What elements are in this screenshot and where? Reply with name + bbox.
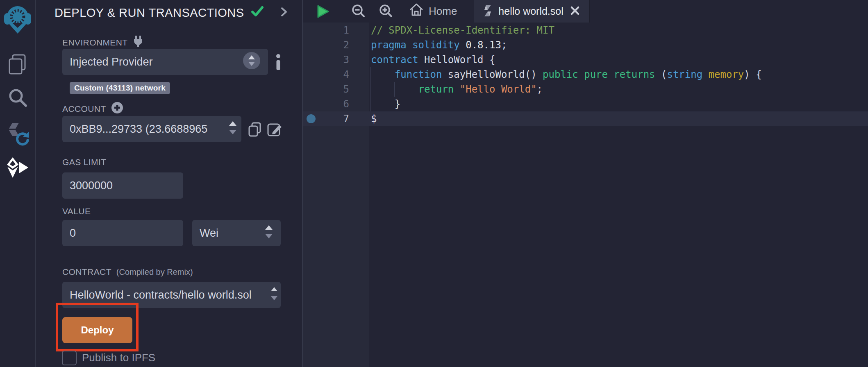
gas-limit-label: GAS LIMIT <box>62 157 106 167</box>
code-content[interactable]: 1// SPDX-License-Identifier: MIT2pragma … <box>303 23 868 126</box>
publish-ipfs-checkbox[interactable] <box>62 351 77 365</box>
code-line[interactable]: 2pragma solidity 0.8.13; <box>303 38 868 52</box>
code-line-text: function sayHelloWorld() public pure ret… <box>371 67 762 82</box>
deploy-button[interactable]: Deploy <box>62 317 132 343</box>
zoom-in-icon[interactable] <box>378 4 394 19</box>
stepper-arrows-icon <box>270 286 278 304</box>
panel-title-text: DEPLOY & RUN TRANSACTIONS <box>55 6 244 20</box>
environment-info-icon[interactable] <box>275 54 281 72</box>
gas-limit-input[interactable]: 3000000 <box>62 172 183 199</box>
gas-limit-value: 3000000 <box>70 179 113 192</box>
value-unit-select[interactable]: Wei <box>192 220 281 246</box>
code-line[interactable]: 6 } <box>303 97 868 111</box>
home-icon <box>409 2 424 20</box>
code-line-text: $ <box>371 111 377 126</box>
code-line-text: pragma solidity 0.8.13; <box>371 38 507 52</box>
line-number: 5 <box>303 82 369 97</box>
code-line-text: // SPDX-License-Identifier: MIT <box>371 23 554 38</box>
account-label: ACCOUNT <box>62 102 123 116</box>
value-unit: Wei <box>200 227 218 240</box>
select-caret-icon <box>243 52 261 72</box>
solidity-file-icon <box>483 5 492 18</box>
line-number: 2 <box>303 38 369 52</box>
code-line[interactable]: 1// SPDX-License-Identifier: MIT <box>303 23 868 38</box>
editor-tabbar: Home hello world.sol <box>303 0 868 23</box>
run-script-icon[interactable] <box>315 4 331 19</box>
stepper-arrows-icon <box>228 120 237 139</box>
publish-ipfs-label: Publish to IPFS <box>82 351 155 364</box>
search-icon[interactable] <box>0 87 35 108</box>
environment-value: Injected Provider <box>70 56 153 68</box>
contract-label: CONTRACT (Compiled by Remix) <box>62 267 193 277</box>
code-editor: Home hello world.sol 1// SPDX-L <box>303 0 868 367</box>
tab-file-label: hello world.sol <box>498 5 563 17</box>
code-line-text: return "Hello World"; <box>371 82 543 97</box>
collapse-chevron-icon[interactable] <box>279 7 289 19</box>
code-line[interactable]: 5 return "Hello World"; <box>303 82 868 97</box>
add-account-icon[interactable] <box>111 102 123 116</box>
line-number: 6 <box>303 97 369 111</box>
environment-select[interactable]: Injected Provider <box>62 49 268 75</box>
plug-icon <box>133 35 143 50</box>
account-select[interactable]: 0xBB9...29733 (23.6688965 <box>62 116 241 142</box>
value-amount: 0 <box>70 227 76 240</box>
line-number: 1 <box>303 23 369 38</box>
file-explorer-icon[interactable] <box>0 53 35 76</box>
tab-hello-world-sol[interactable]: hello world.sol <box>474 0 589 23</box>
network-badge: Custom (43113) network <box>70 82 170 94</box>
icon-sidebar <box>0 0 36 367</box>
stepper-arrows-icon <box>264 224 273 243</box>
environment-label: ENVIRONMENT <box>62 35 143 50</box>
close-tab-icon[interactable] <box>570 5 580 18</box>
solidity-compiler-icon[interactable] <box>0 121 35 147</box>
tab-home-label: Home <box>429 5 457 18</box>
panel-title: DEPLOY & RUN TRANSACTIONS <box>55 6 264 20</box>
breakpoint-icon[interactable] <box>307 114 316 123</box>
account-value: 0xBB9...29733 (23.6688965 <box>70 123 207 136</box>
code-line-text: contract HelloWorld { <box>371 52 495 67</box>
code-line[interactable]: 7$ <box>303 111 868 126</box>
zoom-out-icon[interactable] <box>351 4 366 19</box>
copy-account-icon[interactable] <box>247 122 263 139</box>
line-number: 3 <box>303 52 369 67</box>
value-input[interactable]: 0 <box>62 220 183 246</box>
contract-note: (Compiled by Remix) <box>116 267 193 277</box>
code-line-text: } <box>371 97 400 111</box>
value-label: VALUE <box>62 206 91 216</box>
deploy-run-icon[interactable] <box>0 156 35 179</box>
check-icon <box>251 6 264 20</box>
line-number: 4 <box>303 67 369 82</box>
code-line[interactable]: 4 function sayHelloWorld() public pure r… <box>303 67 868 82</box>
deploy-run-panel: DEPLOY & RUN TRANSACTIONS ENVIRONMENT In… <box>36 0 303 367</box>
edit-account-icon[interactable] <box>267 122 283 139</box>
code-line[interactable]: 3contract HelloWorld { <box>303 52 868 67</box>
remix-logo[interactable] <box>0 3 35 34</box>
tab-home[interactable]: Home <box>409 2 457 20</box>
contract-value: HelloWorld - contracts/hello world.sol <box>70 289 252 301</box>
